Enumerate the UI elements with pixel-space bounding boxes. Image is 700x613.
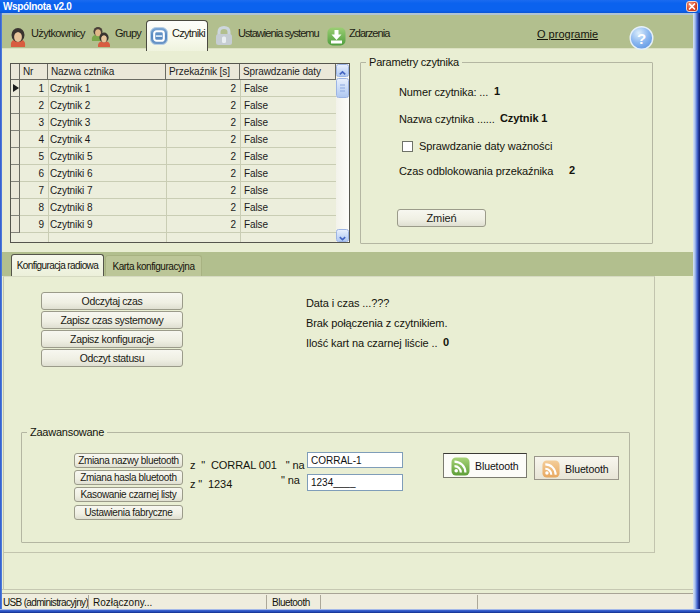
svg-text:?: ? (637, 30, 646, 47)
